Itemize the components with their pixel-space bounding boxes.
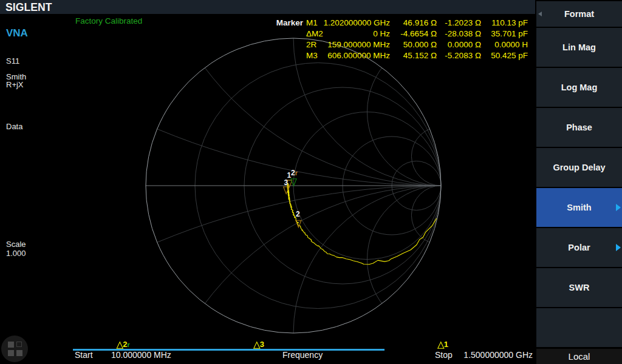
- axis-marker-number-1: 1: [444, 340, 448, 348]
- menu-button-label: Lin Mag: [562, 42, 596, 52]
- menu-button-group-delay[interactable]: Group Delay: [536, 148, 622, 187]
- menu-title-format: Format: [536, 1, 622, 27]
- menu-button-lin-mag[interactable]: Lin Mag: [536, 28, 622, 67]
- marker-reactance: -28.038 Ω: [439, 29, 481, 39]
- marker-title: [267, 50, 303, 61]
- start-value[interactable]: 10.000000 MHz: [111, 351, 171, 359]
- submenu-arrow-icon: [616, 204, 621, 211]
- marker-capacitance: 50.425 pF: [482, 50, 528, 61]
- marker-table-row: ΔM20 Hz-4.6654 Ω-28.038 Ω35.701 pF: [0, 29, 622, 39]
- marker-reactance: 0.0000 Ω: [439, 39, 481, 50]
- menu-button-label: Log Mag: [561, 83, 598, 92]
- axis-marker-number-3: 3: [260, 340, 264, 348]
- start-label: Start: [75, 351, 93, 359]
- marker-capacitance: 0.0000 H: [482, 39, 528, 50]
- menu-button-log-mag[interactable]: Log Mag: [536, 68, 622, 107]
- menu-title-text: Format: [564, 9, 594, 19]
- marker-resistance: 50.000 Ω: [392, 39, 437, 50]
- marker-resistance: -4.6654 Ω: [392, 29, 437, 39]
- marker-frequency: 0 Hz: [310, 29, 390, 39]
- marker-reactance: -1.2023 Ω: [439, 18, 481, 29]
- axis-title: Frequency: [282, 351, 323, 359]
- axis-marker-triangle-3: [254, 342, 260, 349]
- menu-button-swr[interactable]: SWR: [536, 268, 622, 307]
- menu-button-label: Group Delay: [553, 163, 605, 172]
- marker-capacitance: 35.701 pF: [482, 29, 528, 39]
- axis-marker-number-2r: 2r: [123, 340, 130, 349]
- menu-button-label: Polar: [568, 243, 590, 252]
- menu-button-empty[interactable]: [536, 308, 622, 347]
- top-bar: [0, 0, 535, 14]
- stop-label: Stop: [435, 351, 453, 359]
- scale-label: Scale: [6, 240, 26, 249]
- local-button[interactable]: Local: [536, 349, 622, 364]
- marker-table-row: M3606.000000 MHz45.152 Ω-5.2083 Ω50.425 …: [0, 50, 622, 61]
- back-arrow-icon[interactable]: [538, 12, 542, 16]
- vna-screen: SIGLENT Factory Calibrated VNA S11 Smith…: [0, 0, 622, 364]
- grid-square-bl: [8, 350, 14, 356]
- menu-grid-icon[interactable]: [1, 335, 28, 362]
- marker-title: Marker: [267, 18, 303, 29]
- grid-square-tr: [16, 342, 22, 347]
- marker-frequency: 606.000000 MHz: [310, 50, 390, 61]
- local-label: Local: [569, 351, 590, 362]
- siglent-logo: SIGLENT: [5, 1, 52, 14]
- marker-title: [267, 39, 303, 50]
- menu-button-label: Smith: [567, 203, 591, 212]
- submenu-arrow-icon: [616, 244, 621, 251]
- axis-marker-triangle-1: [438, 342, 444, 349]
- stop-value[interactable]: 1.500000000 GHz: [460, 351, 533, 359]
- smith-reactance-arc--2: [367, 186, 515, 333]
- marker-title: [267, 29, 303, 39]
- trace-type-label[interactable]: Data: [6, 122, 22, 131]
- marker-resistance: 46.916 Ω: [392, 18, 437, 29]
- marker-capacitance: 110.13 pF: [482, 18, 528, 29]
- marker-table-row: MarkerM11.202000000 GHz46.916 Ω-1.2023 Ω…: [0, 18, 622, 29]
- marker-frequency: 159.000000 MHz: [310, 39, 390, 50]
- marker-frequency: 1.202000000 GHz: [310, 18, 390, 29]
- menu-button-smith[interactable]: Smith: [536, 188, 622, 227]
- format-label-line2: R+jX: [6, 80, 24, 89]
- menu-sidebar: Format Lin MagLog MagPhaseGroup DelaySmi…: [536, 0, 622, 364]
- menu-button-phase[interactable]: Phase: [536, 108, 622, 147]
- chart-marker-label-3: 3: [284, 179, 289, 186]
- scale-value[interactable]: 1.000: [6, 249, 26, 258]
- smith-reactance-arc--0.2: [0, 186, 622, 364]
- grid-square-br: [16, 350, 22, 356]
- chart-marker-label-2: 2: [296, 211, 300, 218]
- marker-table-row: 2R159.000000 MHz50.000 Ω0.0000 Ω0.0000 H: [0, 39, 622, 50]
- chart-marker-label-2r: 2r: [291, 169, 298, 177]
- marker-resistance: 45.152 Ω: [392, 50, 437, 61]
- menu-button-polar[interactable]: Polar: [536, 228, 622, 267]
- s11-trace: [287, 184, 437, 265]
- menu-button-label: Phase: [566, 123, 592, 132]
- marker-reactance: -5.2083 Ω: [439, 50, 481, 61]
- menu-button-label: SWR: [569, 283, 590, 292]
- grid-square-tl: [8, 342, 14, 348]
- axis-marker-triangle-2: [117, 342, 123, 349]
